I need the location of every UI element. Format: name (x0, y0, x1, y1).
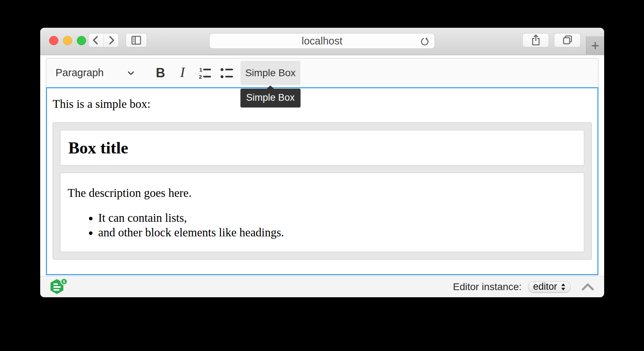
simple-box-widget[interactable]: Box title The description goes here. It … (53, 122, 592, 260)
bold-button[interactable]: B (149, 61, 171, 85)
list-item[interactable]: and other block elements like headings. (98, 225, 577, 240)
selected-instance: editor (533, 281, 557, 292)
svg-text:1: 1 (199, 67, 202, 73)
bulleted-list-button[interactable] (216, 61, 238, 85)
chevron-down-icon (126, 68, 136, 78)
browser-window: localhost (40, 28, 604, 297)
history-nav-group (88, 33, 119, 47)
share-button[interactable] (522, 33, 549, 47)
show-all-tabs-button[interactable] (554, 33, 581, 47)
zoom-window-button[interactable] (77, 36, 86, 45)
editor-content[interactable]: This is a simple box: Box title The desc… (46, 87, 598, 275)
forward-button[interactable] (104, 33, 119, 47)
inspector-controls: Editor instance: editor (453, 281, 595, 293)
ckeditor-logo-button[interactable]: 5 (49, 278, 68, 296)
forward-icon (104, 33, 118, 47)
browser-toolbar: localhost (40, 28, 604, 55)
simple-box-button[interactable]: Simple Box Simple Box (241, 61, 300, 85)
web-page: Paragraph B I 1 2 (40, 55, 604, 276)
chevron-up-icon (581, 282, 595, 292)
italic-icon: I (180, 64, 185, 82)
description-paragraph[interactable]: The description goes here. (68, 187, 577, 200)
share-icon (529, 33, 543, 47)
tooltip-text: Simple Box (246, 92, 295, 103)
sidebar-icon (129, 33, 143, 47)
numbered-list-icon: 1 2 (197, 65, 212, 81)
numbered-list-button[interactable]: 1 2 (194, 61, 216, 85)
heading-dropdown[interactable]: Paragraph (50, 61, 142, 85)
select-arrows-icon (561, 283, 566, 291)
url-text: localhost (302, 35, 342, 47)
reload-button[interactable] (418, 36, 430, 48)
tooltip: Simple Box (241, 89, 301, 108)
svg-text:2: 2 (199, 74, 202, 80)
editor-instance-label: Editor instance: (453, 281, 522, 293)
editor-instance-select[interactable]: editor (528, 281, 571, 293)
new-tab-button[interactable]: + (586, 36, 604, 55)
tabs-overview-icon (560, 33, 575, 47)
editor-toolbar: Paragraph B I 1 2 (46, 58, 598, 87)
back-button[interactable] (89, 33, 104, 47)
bulleted-list-icon (219, 65, 234, 81)
sidebar-toggle-button[interactable] (126, 33, 147, 47)
minimize-window-button[interactable] (63, 36, 72, 45)
inspector-bar: 5 Editor instance: editor (40, 276, 604, 297)
ckeditor: Paragraph B I 1 2 (46, 58, 598, 275)
window-controls (49, 36, 86, 45)
plus-icon: + (591, 38, 599, 54)
badge-count: 5 (63, 279, 65, 284)
simple-box-description[interactable]: The description goes here. It can contai… (60, 173, 584, 252)
italic-button[interactable]: I (171, 61, 194, 85)
address-bar[interactable]: localhost (209, 33, 435, 49)
ckeditor-logo-icon: 5 (49, 278, 68, 296)
close-window-button[interactable] (49, 36, 58, 45)
back-icon (89, 33, 103, 47)
simple-box-title[interactable]: Box title (60, 130, 584, 166)
description-list: It can contain lists, and other block el… (68, 211, 577, 240)
intro-paragraph[interactable]: This is a simple box: (53, 98, 592, 111)
bold-icon: B (156, 66, 165, 80)
heading-dropdown-label: Paragraph (56, 67, 104, 79)
expand-inspector-button[interactable] (581, 282, 595, 292)
simple-box-button-label: Simple Box (245, 67, 296, 79)
list-item[interactable]: It can contain lists, (98, 211, 577, 225)
